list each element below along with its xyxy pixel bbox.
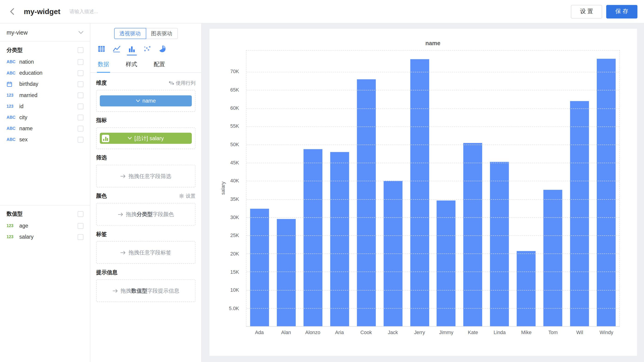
field-checkbox[interactable] bbox=[78, 223, 84, 229]
color-placeholder-text: 拖拽分类型字段颜色 bbox=[126, 210, 174, 218]
bar-band bbox=[566, 50, 593, 326]
tab-config[interactable]: 配置 bbox=[153, 57, 166, 72]
chevron-down-icon bbox=[78, 31, 83, 34]
bar-cook[interactable] bbox=[357, 79, 376, 326]
color-settings-link[interactable]: 设置 bbox=[179, 192, 196, 200]
x-tick-label: Kate bbox=[460, 330, 486, 335]
bar-band bbox=[300, 50, 326, 326]
save-button[interactable]: 保 存 bbox=[606, 4, 637, 18]
chart-canvas: name salary 5.0K10K15K20K25K30K35K40K45K… bbox=[202, 24, 644, 362]
line-chart-icon[interactable] bbox=[112, 44, 121, 53]
field-row-education[interactable]: ABC education bbox=[0, 67, 90, 78]
gridline bbox=[246, 181, 619, 182]
field-row-birthday[interactable]: birthday bbox=[0, 78, 90, 90]
bar-aria[interactable] bbox=[330, 152, 349, 326]
scatter-chart-icon[interactable] bbox=[142, 44, 152, 53]
bar-ada[interactable] bbox=[250, 209, 269, 326]
field-checkbox[interactable] bbox=[78, 103, 84, 109]
main-content: my-view 分类型 ABC nation ABC educ bbox=[0, 24, 644, 362]
color-row-label: 颜色 设置 bbox=[96, 192, 196, 200]
filter-label: 筛选 bbox=[96, 154, 107, 162]
text-type-icon: ABC bbox=[7, 70, 19, 75]
field-row-id[interactable]: 123 id bbox=[0, 101, 90, 112]
tooltip-placeholder-text: 拖拽数值型字段提示信息 bbox=[120, 287, 179, 294]
dimension-chip-name[interactable]: name bbox=[100, 95, 192, 106]
tab-data[interactable]: 数据 bbox=[97, 57, 110, 73]
filter-dropzone[interactable]: 拖拽任意字段筛选 bbox=[96, 165, 196, 188]
bar-band bbox=[486, 50, 513, 326]
chart-card: name salary 5.0K10K15K20K25K30K35K40K45K… bbox=[210, 29, 637, 356]
x-tick-label: Jerry bbox=[406, 330, 433, 335]
pivot-driver-button[interactable]: 透视驱动 bbox=[114, 28, 146, 39]
tag-dropzone[interactable]: 拖拽任意字段标签 bbox=[96, 241, 196, 264]
tab-style[interactable]: 样式 bbox=[125, 57, 138, 72]
x-axis-labels: AdaAlanAlonzoAriaCookJackJerryJimmyKateL… bbox=[246, 330, 620, 335]
arrow-right-icon bbox=[120, 174, 126, 178]
metric-dropzone[interactable]: [总计] salary bbox=[96, 127, 196, 149]
field-checkbox[interactable] bbox=[78, 136, 84, 142]
field-name: nation bbox=[19, 59, 78, 65]
field-name: education bbox=[19, 70, 78, 76]
bars bbox=[246, 50, 619, 326]
bar-band bbox=[380, 50, 406, 326]
bar-wil[interactable] bbox=[570, 101, 589, 326]
text-type-icon: ABC bbox=[7, 137, 19, 142]
table-chart-icon[interactable] bbox=[97, 44, 106, 53]
chart-driver-button[interactable]: 图表驱动 bbox=[146, 28, 178, 39]
gridline bbox=[246, 126, 619, 127]
field-row-sex[interactable]: ABC sex bbox=[0, 134, 90, 145]
chart-type-switcher bbox=[90, 39, 201, 53]
field-checkbox[interactable] bbox=[78, 81, 84, 87]
tooltip-label: 提示信息 bbox=[96, 268, 118, 276]
bar-linda[interactable] bbox=[490, 162, 509, 326]
categorical-select-all-checkbox[interactable] bbox=[78, 47, 84, 53]
back-button[interactable] bbox=[7, 6, 18, 17]
metric-row-label: 指标 bbox=[96, 117, 196, 124]
tooltip-dropzone[interactable]: 拖拽数值型字段提示信息 bbox=[96, 280, 196, 302]
field-row-city[interactable]: ABC city bbox=[0, 112, 90, 123]
pie-chart-icon[interactable] bbox=[158, 44, 167, 53]
gridline bbox=[246, 308, 619, 308]
metric-chip-salary[interactable]: [总计] salary bbox=[100, 133, 192, 144]
dimension-dropzone[interactable]: name bbox=[96, 90, 196, 112]
x-tick-label: Jimmy bbox=[433, 330, 460, 335]
field-name: sex bbox=[19, 136, 78, 143]
arrow-right-icon bbox=[120, 250, 126, 254]
bar-kate[interactable] bbox=[463, 143, 482, 326]
numeric-select-all-checkbox[interactable] bbox=[78, 211, 84, 217]
field-checkbox[interactable] bbox=[78, 70, 84, 76]
color-label: 颜色 bbox=[96, 192, 107, 200]
settings-button[interactable]: 设 置 bbox=[571, 4, 602, 18]
bar-alonzo[interactable] bbox=[304, 150, 322, 326]
field-checkbox[interactable] bbox=[78, 126, 84, 131]
bar-chart-icon[interactable] bbox=[127, 44, 136, 53]
number-type-icon: 123 bbox=[7, 93, 19, 98]
bar-band bbox=[460, 50, 486, 326]
gridline bbox=[246, 236, 619, 236]
description-input[interactable] bbox=[70, 8, 160, 14]
use-rows-cols-label: 使用行列 bbox=[176, 80, 196, 86]
field-checkbox[interactable] bbox=[78, 92, 84, 98]
bar-mike[interactable] bbox=[517, 251, 536, 326]
bar-jimmy[interactable] bbox=[437, 200, 456, 326]
field-checkbox[interactable] bbox=[78, 234, 84, 240]
field-row-nation[interactable]: ABC nation bbox=[0, 56, 90, 67]
field-row-married[interactable]: 123 married bbox=[0, 90, 90, 100]
field-checkbox[interactable] bbox=[78, 114, 84, 120]
bar-windy[interactable] bbox=[596, 59, 616, 326]
field-checkbox[interactable] bbox=[78, 59, 84, 65]
text-type-icon: ABC bbox=[7, 60, 19, 64]
field-row-salary[interactable]: 123 salary bbox=[0, 231, 90, 242]
bar-band bbox=[406, 50, 433, 326]
use-rows-cols-link[interactable]: 使用行列 bbox=[169, 80, 196, 86]
gridline bbox=[246, 290, 619, 290]
field-row-age[interactable]: 123 age bbox=[0, 220, 90, 231]
bar-jerry[interactable] bbox=[410, 59, 429, 326]
field-row-name[interactable]: ABC name bbox=[0, 123, 90, 134]
bar-alan[interactable] bbox=[277, 219, 296, 326]
view-selector[interactable]: my-view bbox=[0, 24, 90, 42]
color-dropzone[interactable]: 拖拽分类型字段颜色 bbox=[96, 203, 196, 226]
x-tick-label: Alonzo bbox=[300, 330, 326, 335]
dimension-row-label: 维度 使用行列 bbox=[96, 79, 196, 87]
bar-tom[interactable] bbox=[543, 190, 562, 326]
